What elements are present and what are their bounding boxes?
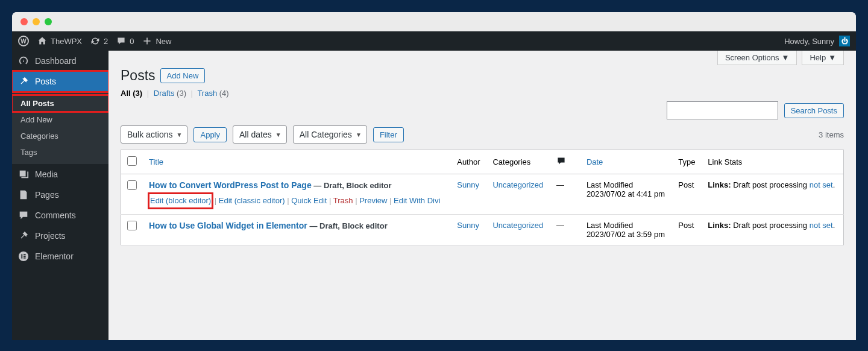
minimize-window-icon[interactable] xyxy=(33,18,40,25)
svg-rect-3 xyxy=(24,256,26,257)
new-content-link[interactable]: New xyxy=(142,36,171,46)
links-label: Links: xyxy=(708,180,731,189)
table-row: How to Convert WordPress Post to Page — … xyxy=(121,174,844,215)
links-label: Links: xyxy=(708,221,731,230)
chevron-down-icon: ▼ xyxy=(828,53,836,62)
quick-edit-link[interactable]: Quick Edit xyxy=(291,196,327,205)
pin-icon xyxy=(18,76,29,87)
posts-submenu: All Posts Add New Categories Tags xyxy=(12,92,108,164)
submenu-all-posts[interactable]: All Posts xyxy=(12,95,108,112)
post-title-link[interactable]: How to Use Global Widget in Elementor xyxy=(149,221,307,230)
trash-link[interactable]: Trash xyxy=(333,196,353,205)
links-text: Draft post processing xyxy=(733,180,807,189)
help-button[interactable]: Help ▼ xyxy=(802,51,844,65)
date-value: 2023/07/02 at 4:41 pm xyxy=(587,189,665,198)
category-filter-select[interactable]: All Categories xyxy=(293,125,367,144)
links-not-set[interactable]: not set xyxy=(810,180,833,189)
author-link[interactable]: Sunny xyxy=(457,221,479,230)
category-link[interactable]: Uncategorized xyxy=(492,180,543,189)
site-name: TheWPX xyxy=(51,37,82,46)
chevron-down-icon: ▼ xyxy=(782,53,790,62)
post-status-filters: All (3) | Drafts (3) | Trash (4) xyxy=(121,89,844,98)
help-label: Help xyxy=(810,53,826,62)
site-link[interactable]: TheWPX xyxy=(37,36,82,46)
row-checkbox[interactable] xyxy=(127,180,137,190)
maximize-window-icon[interactable] xyxy=(45,18,52,25)
user-menu[interactable]: Howdy, Sunny ⏻ xyxy=(784,36,850,46)
sidebar-item-label: Comments xyxy=(35,210,76,220)
preview-link[interactable]: Preview xyxy=(359,196,387,205)
links-text: Draft post processing xyxy=(733,221,807,230)
wp-logo[interactable]: W xyxy=(18,36,29,46)
submenu-categories[interactable]: Categories xyxy=(12,128,108,144)
refresh-icon xyxy=(90,36,100,46)
bulk-actions-select[interactable]: Bulk actions xyxy=(121,125,187,144)
col-type: Type xyxy=(672,150,702,174)
update-count: 2 xyxy=(104,37,108,46)
search-input[interactable] xyxy=(667,101,778,119)
filter-drafts[interactable]: Drafts (3) xyxy=(154,89,186,98)
author-link[interactable]: Sunny xyxy=(457,180,479,189)
updates-link[interactable]: 2 xyxy=(90,36,108,46)
date-filter-select[interactable]: All dates xyxy=(233,125,287,144)
dashboard-icon xyxy=(18,55,29,66)
submenu-tags[interactable]: Tags xyxy=(12,144,108,160)
page-icon xyxy=(18,189,29,200)
sidebar-item-elementor[interactable]: Elementor xyxy=(12,246,108,267)
comment-count: 0 xyxy=(130,37,134,46)
screen-options-button[interactable]: Screen Options ▼ xyxy=(717,51,797,65)
col-categories: Categories xyxy=(486,150,550,174)
svg-rect-1 xyxy=(21,254,22,258)
search-posts-button[interactable]: Search Posts xyxy=(784,103,844,118)
sidebar-item-label: Elementor xyxy=(35,251,74,261)
filter-all[interactable]: All (3) xyxy=(121,89,142,98)
admin-bar: W TheWPX 2 0 New Howdy, Sunny ⏻ xyxy=(12,31,856,51)
sidebar-item-projects[interactable]: Projects xyxy=(12,226,108,246)
admin-window: W TheWPX 2 0 New Howdy, Sunny ⏻ xyxy=(12,12,856,340)
sidebar-item-label: Posts xyxy=(35,77,56,86)
close-window-icon[interactable] xyxy=(20,18,28,25)
col-author: Author xyxy=(451,150,486,174)
mac-window-controls xyxy=(12,12,856,31)
row-actions: Edit (block editor) | Edit (classic edit… xyxy=(149,194,445,208)
col-title[interactable]: Title xyxy=(149,157,163,166)
col-date[interactable]: Date xyxy=(587,157,603,166)
comments-count: — xyxy=(550,174,580,215)
speech-bubble-icon xyxy=(18,210,29,221)
table-row: How to Use Global Widget in Elementor — … xyxy=(121,215,844,245)
speech-bubble-icon xyxy=(116,36,126,46)
filter-trash[interactable]: Trash (4) xyxy=(197,89,228,98)
submenu-add-new[interactable]: Add New xyxy=(12,112,108,128)
pin-icon xyxy=(18,230,29,241)
add-new-button[interactable]: Add New xyxy=(160,68,206,83)
plus-icon xyxy=(142,36,152,46)
sidebar-item-label: Dashboard xyxy=(35,56,77,66)
comments-link[interactable]: 0 xyxy=(116,36,134,46)
row-checkbox[interactable] xyxy=(127,221,137,230)
category-link[interactable]: Uncategorized xyxy=(492,221,543,230)
sidebar-item-comments[interactable]: Comments xyxy=(12,205,108,226)
page-title: Posts xyxy=(121,68,156,84)
avatar-icon: ⏻ xyxy=(839,36,850,46)
sidebar-item-media[interactable]: Media xyxy=(12,164,108,185)
edit-divi-link[interactable]: Edit With Divi xyxy=(394,196,440,205)
links-not-set[interactable]: not set xyxy=(810,221,833,230)
item-count: 3 items xyxy=(819,130,844,139)
sidebar-item-pages[interactable]: Pages xyxy=(12,185,108,205)
edit-classic-link[interactable]: Edit (classic editor) xyxy=(219,196,285,205)
comments-count: — xyxy=(550,215,580,245)
filter-button[interactable]: Filter xyxy=(373,127,404,142)
sidebar-item-posts[interactable]: Posts xyxy=(12,71,108,92)
post-title-link[interactable]: How to Convert WordPress Post to Page xyxy=(149,180,312,190)
apply-button[interactable]: Apply xyxy=(193,127,227,142)
date-value: 2023/07/02 at 3:59 pm xyxy=(587,230,665,239)
new-label: New xyxy=(156,37,171,46)
svg-rect-4 xyxy=(24,258,26,259)
select-all-checkbox[interactable] xyxy=(127,156,137,166)
sidebar-item-dashboard[interactable]: Dashboard xyxy=(12,51,108,71)
main-content: Screen Options ▼ Help ▼ Posts Add New Al… xyxy=(108,51,856,340)
edit-block-link[interactable]: Edit (block editor) xyxy=(149,194,212,208)
sidebar-item-label: Pages xyxy=(35,190,59,200)
howdy-text: Howdy, Sunny xyxy=(784,37,834,46)
sidebar-item-label: Media xyxy=(35,169,58,179)
